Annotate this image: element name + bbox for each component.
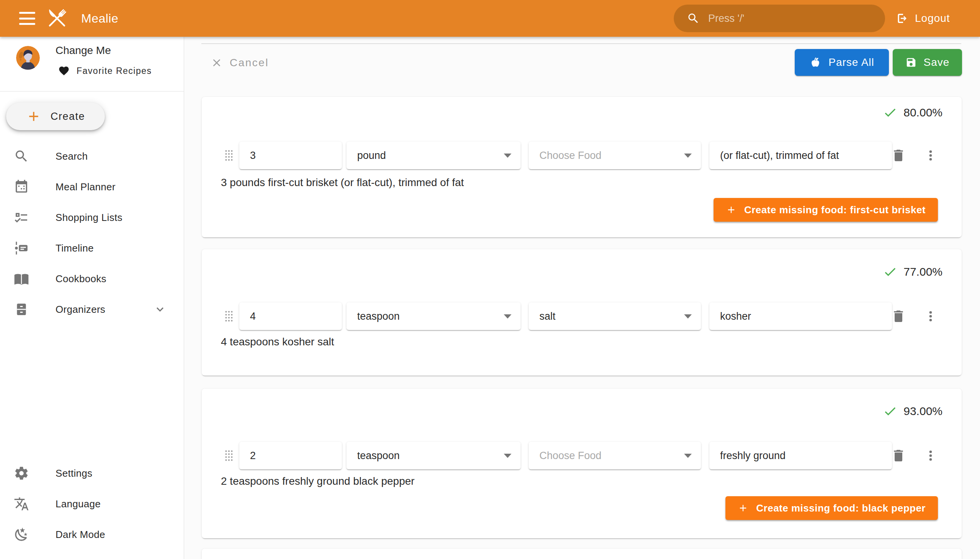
sidebar-item-organizers[interactable]: Organizers bbox=[0, 294, 184, 325]
parse-all-button[interactable]: Parse All bbox=[795, 49, 889, 76]
kebab-menu-icon[interactable] bbox=[923, 148, 938, 163]
dropdown-arrow-icon bbox=[504, 454, 511, 458]
check-icon bbox=[883, 265, 897, 279]
quantity-input[interactable] bbox=[239, 142, 342, 169]
user-name: Change Me bbox=[56, 45, 111, 57]
close-icon bbox=[210, 57, 223, 69]
quantity-input[interactable] bbox=[239, 442, 342, 470]
apple-icon bbox=[809, 56, 821, 69]
search-input[interactable] bbox=[707, 12, 881, 25]
dropdown-arrow-icon bbox=[684, 154, 692, 158]
parse-all-label: Parse All bbox=[828, 56, 874, 69]
food-select[interactable]: Choose Food bbox=[529, 442, 701, 470]
cabinet-icon bbox=[14, 302, 29, 317]
book-icon bbox=[14, 271, 29, 286]
confidence-indicator: 77.00% bbox=[883, 265, 942, 279]
trash-icon[interactable] bbox=[891, 448, 906, 463]
sidebar-item-timeline[interactable]: Timeline bbox=[0, 233, 184, 263]
unit-value: teaspoon bbox=[357, 450, 400, 462]
create-missing-food-button[interactable]: Create missing food: black pepper bbox=[725, 496, 938, 520]
plus-icon bbox=[726, 205, 737, 215]
create-button[interactable]: Create bbox=[6, 103, 105, 130]
dropdown-arrow-icon bbox=[684, 314, 692, 319]
save-button[interactable]: Save bbox=[893, 49, 962, 76]
sidebar-nav: Search Meal Planner Shopping Lists Timel… bbox=[0, 141, 184, 325]
trash-icon[interactable] bbox=[891, 148, 906, 163]
sidebar-footer: Settings Language Dark Mode bbox=[0, 458, 184, 550]
food-placeholder: Choose Food bbox=[539, 150, 602, 162]
drag-handle-icon[interactable] bbox=[224, 149, 234, 162]
avatar[interactable] bbox=[16, 46, 40, 70]
sidebar-item-label: Meal Planner bbox=[56, 181, 116, 193]
sidebar-item-label: Organizers bbox=[56, 304, 105, 316]
create-missing-food-label: Create missing food: first-cut brisket bbox=[744, 204, 925, 216]
sidebar-divider bbox=[0, 91, 184, 91]
ingredient-card bbox=[202, 549, 962, 559]
food-placeholder: Choose Food bbox=[539, 450, 602, 462]
hamburger-menu-icon[interactable] bbox=[19, 12, 35, 25]
save-label: Save bbox=[924, 56, 950, 69]
create-missing-food-button[interactable]: Create missing food: first-cut brisket bbox=[714, 198, 938, 222]
logout-icon bbox=[895, 12, 909, 25]
confidence-value: 80.00% bbox=[904, 106, 942, 119]
search-icon bbox=[14, 149, 29, 164]
sidebar-item-cookbooks[interactable]: Cookbooks bbox=[0, 263, 184, 294]
unit-value: pound bbox=[357, 150, 386, 162]
dropdown-arrow-icon bbox=[504, 154, 511, 158]
food-select[interactable]: salt bbox=[529, 303, 701, 330]
kebab-menu-icon[interactable] bbox=[923, 448, 938, 463]
confidence-indicator: 80.00% bbox=[883, 105, 942, 120]
unit-value: teaspoon bbox=[357, 311, 400, 322]
sidebar-item-label: Shopping Lists bbox=[56, 212, 122, 223]
sidebar-item-label: Language bbox=[56, 498, 101, 510]
sidebar-item-meal-planner[interactable]: Meal Planner bbox=[0, 172, 184, 202]
ingredient-editor-row: pound Choose Food bbox=[202, 142, 962, 169]
confidence-value: 77.00% bbox=[904, 265, 942, 278]
cancel-button[interactable]: Cancel bbox=[210, 49, 269, 76]
ingredient-card: 77.00% teaspoon salt 4 teaspoons kosher … bbox=[202, 249, 962, 375]
search-bar bbox=[674, 5, 885, 32]
gear-icon bbox=[14, 466, 29, 481]
check-icon bbox=[883, 404, 897, 418]
note-input[interactable] bbox=[709, 442, 892, 470]
ingredient-editor-row: teaspoon salt bbox=[202, 303, 962, 330]
note-input[interactable] bbox=[709, 142, 892, 169]
calendar-icon bbox=[14, 179, 29, 195]
sidebar-item-label: Timeline bbox=[56, 242, 94, 254]
kebab-menu-icon[interactable] bbox=[923, 309, 938, 324]
logout-button[interactable]: Logout bbox=[895, 0, 950, 37]
sidebar-item-language[interactable]: Language bbox=[0, 489, 184, 519]
timeline-icon bbox=[14, 240, 29, 256]
drag-handle-icon[interactable] bbox=[224, 310, 234, 322]
food-value: salt bbox=[539, 311, 555, 322]
checklist-icon bbox=[14, 210, 29, 225]
mealie-logo-icon bbox=[44, 5, 70, 32]
original-ingredient-text: 3 pounds first-cut brisket (or flat-cut)… bbox=[221, 177, 464, 189]
create-missing-food-label: Create missing food: black pepper bbox=[756, 502, 925, 514]
favorite-recipes-link[interactable]: Favorite Recipes bbox=[58, 65, 152, 76]
trash-icon[interactable] bbox=[891, 309, 906, 324]
ingredient-parser-page: Cancel Parse All Save 80.00% pound Choos… bbox=[184, 37, 980, 559]
app-title: Mealie bbox=[81, 0, 118, 37]
sidebar-item-label: Cookbooks bbox=[56, 273, 106, 285]
unit-select[interactable]: teaspoon bbox=[347, 442, 521, 470]
create-button-label: Create bbox=[51, 111, 85, 122]
sidebar-item-shopping-lists[interactable]: Shopping Lists bbox=[0, 202, 184, 233]
sidebar-item-label: Settings bbox=[56, 468, 92, 480]
confidence-value: 93.00% bbox=[904, 405, 942, 418]
sidebar-item-search[interactable]: Search bbox=[0, 141, 184, 172]
chevron-down-icon bbox=[153, 303, 167, 316]
dropdown-arrow-icon bbox=[504, 314, 511, 319]
cancel-label: Cancel bbox=[230, 57, 269, 69]
unit-select[interactable]: teaspoon bbox=[347, 303, 521, 330]
unit-select[interactable]: pound bbox=[347, 142, 521, 169]
quantity-input[interactable] bbox=[239, 303, 342, 330]
drag-handle-icon[interactable] bbox=[224, 450, 234, 462]
dropdown-arrow-icon bbox=[684, 454, 692, 458]
favorite-recipes-label: Favorite Recipes bbox=[76, 66, 152, 76]
sidebar-item-settings[interactable]: Settings bbox=[0, 458, 184, 489]
sidebar-item-dark-mode[interactable]: Dark Mode bbox=[0, 519, 184, 550]
note-input[interactable] bbox=[709, 303, 892, 330]
food-select[interactable]: Choose Food bbox=[529, 142, 701, 169]
logout-label: Logout bbox=[915, 12, 950, 25]
